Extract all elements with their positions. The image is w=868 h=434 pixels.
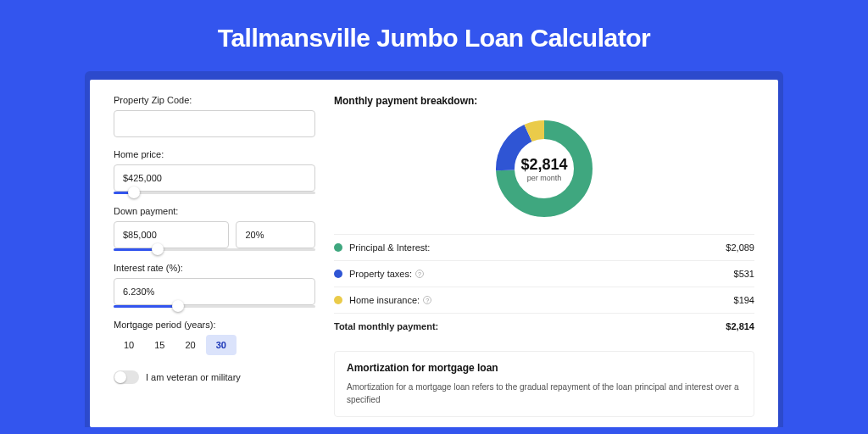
slider-fill <box>114 305 178 308</box>
veteran-row: I am veteran or military <box>114 370 315 384</box>
label-taxes-text: Property taxes: <box>349 269 412 279</box>
veteran-toggle[interactable] <box>114 370 139 384</box>
home-price-slider[interactable] <box>114 192 315 194</box>
donut-chart-wrap: $2,814 per month <box>334 115 754 234</box>
period-30[interactable]: 30 <box>206 335 236 355</box>
down-payment-amount-input[interactable] <box>114 221 229 248</box>
down-payment-pct-input[interactable] <box>236 221 315 248</box>
label-total: Total monthly payment: <box>334 321 726 331</box>
zip-field: Property Zip Code: <box>114 95 315 137</box>
val-insurance: $194 <box>734 295 754 305</box>
row-insurance: Home insurance: ? $194 <box>334 287 754 313</box>
row-total: Total monthly payment: $2,814 <box>334 313 754 339</box>
val-taxes: $531 <box>734 269 754 279</box>
home-price-label: Home price: <box>114 149 315 159</box>
slider-thumb[interactable] <box>152 243 164 255</box>
page-title: Tallmansville Jumbo Loan Calculator <box>0 0 868 71</box>
interest-slider[interactable] <box>114 305 315 308</box>
info-icon[interactable]: ? <box>423 296 431 304</box>
veteran-label: I am veteran or military <box>146 372 241 382</box>
period-20[interactable]: 20 <box>175 335 206 355</box>
card-outer: Property Zip Code: Home price: Down paym… <box>85 71 783 427</box>
donut-center: $2,814 per month <box>494 119 594 219</box>
label-insurance: Home insurance: ? <box>349 295 734 305</box>
donut-chart: $2,814 per month <box>494 119 594 219</box>
period-15[interactable]: 15 <box>144 335 175 355</box>
amortization-box: Amortization for mortgage loan Amortizat… <box>334 351 754 417</box>
label-insurance-text: Home insurance: <box>349 295 420 305</box>
period-label: Mortgage period (years): <box>114 320 315 330</box>
val-principal: $2,089 <box>726 242 754 253</box>
breakdown-panel: Monthly payment breakdown: $2,814 per mo… <box>334 95 754 427</box>
period-options: 10 15 20 30 <box>114 335 315 355</box>
home-price-field: Home price: <box>114 149 315 194</box>
interest-label: Interest rate (%): <box>114 263 315 273</box>
info-icon[interactable]: ? <box>415 270 424 278</box>
down-payment-slider[interactable] <box>114 248 315 251</box>
dot-insurance <box>334 296 342 304</box>
interest-input[interactable] <box>114 278 315 305</box>
slider-thumb[interactable] <box>128 186 140 198</box>
row-principal: Principal & Interest: $2,089 <box>334 234 754 260</box>
zip-input[interactable] <box>114 110 315 137</box>
val-total: $2,814 <box>726 321 754 331</box>
donut-sub: per month <box>527 174 562 182</box>
interest-field: Interest rate (%): <box>114 263 315 308</box>
down-payment-label: Down payment: <box>114 206 315 216</box>
slider-thumb[interactable] <box>172 300 184 312</box>
label-taxes: Property taxes: ? <box>349 269 734 279</box>
home-price-input[interactable] <box>114 164 315 192</box>
breakdown-title: Monthly payment breakdown: <box>334 95 754 107</box>
calculator-card: Property Zip Code: Home price: Down paym… <box>90 80 778 427</box>
period-10[interactable]: 10 <box>114 335 144 355</box>
period-field: Mortgage period (years): 10 15 20 30 <box>114 320 315 355</box>
form-panel: Property Zip Code: Home price: Down paym… <box>114 95 315 427</box>
amortization-text: Amortization for a mortgage loan refers … <box>347 381 742 406</box>
dot-taxes <box>334 270 342 278</box>
zip-label: Property Zip Code: <box>114 95 315 105</box>
amortization-title: Amortization for mortgage loan <box>347 362 742 374</box>
row-taxes: Property taxes: ? $531 <box>334 260 754 287</box>
label-principal: Principal & Interest: <box>349 242 726 253</box>
down-payment-field: Down payment: <box>114 206 315 251</box>
donut-amount: $2,814 <box>520 156 567 174</box>
dot-principal <box>334 243 342 252</box>
